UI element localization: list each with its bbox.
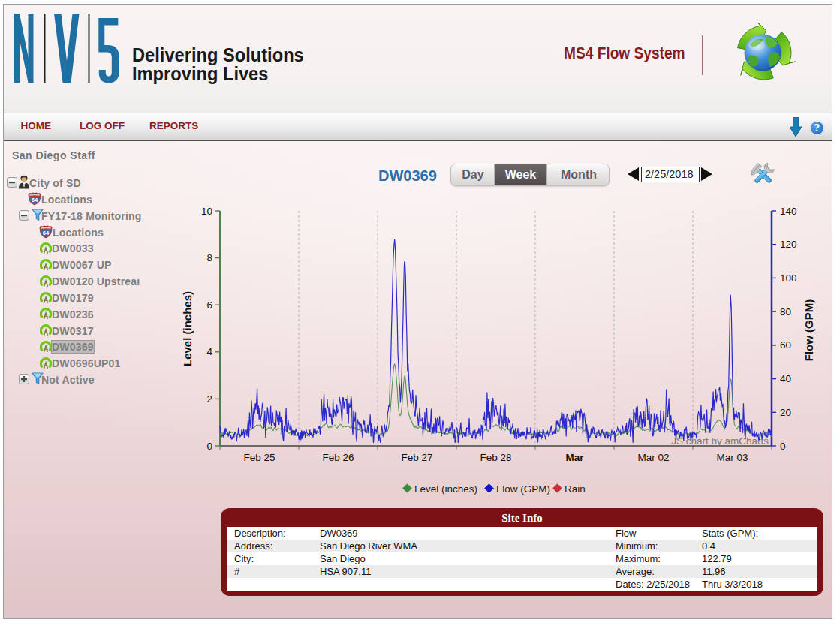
svg-text:60: 60: [780, 339, 791, 351]
svg-text:140: 140: [780, 206, 797, 217]
svg-text:JS chart by amCharts: JS chart by amCharts: [671, 435, 769, 447]
svg-text:80: 80: [780, 306, 791, 318]
svg-text:Mar: Mar: [565, 452, 584, 463]
svg-text:Feb 25: Feb 25: [243, 452, 275, 463]
svg-text:0: 0: [206, 441, 212, 452]
svg-text:2: 2: [206, 393, 212, 405]
svg-text:64: 64: [32, 197, 38, 203]
svg-text:Flow (GPM): Flow (GPM): [802, 299, 815, 362]
svg-text:120: 120: [780, 239, 797, 250]
svg-text:Feb 27: Feb 27: [401, 452, 432, 463]
svg-text:Feb 28: Feb 28: [480, 452, 511, 463]
svg-text:Mar 02: Mar 02: [637, 452, 669, 463]
svg-text:100: 100: [780, 272, 797, 284]
svg-text:Feb 26: Feb 26: [322, 452, 354, 463]
svg-text:20: 20: [780, 407, 791, 418]
svg-text:40: 40: [780, 373, 791, 384]
svg-text:64: 64: [43, 230, 50, 236]
svg-text:Mar 03: Mar 03: [716, 452, 748, 463]
svg-text:0: 0: [780, 441, 786, 452]
